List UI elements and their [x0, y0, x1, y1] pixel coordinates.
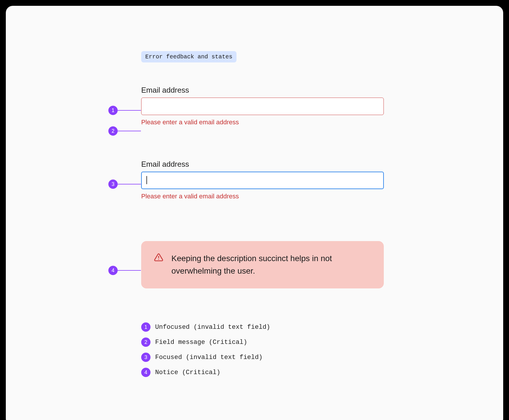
annotation-line	[118, 131, 141, 131]
notice-description: Keeping the description succinct helps i…	[171, 252, 371, 277]
email-label: Email address	[141, 160, 384, 169]
email-field-unfocused-group: Email address Please enter a valid email…	[141, 86, 384, 126]
field-error-message: Please enter a valid email address	[141, 193, 384, 200]
annotation-badge: 2	[108, 126, 118, 136]
alert-triangle-icon	[154, 253, 163, 263]
legend-badge: 3	[141, 353, 150, 362]
legend-label: Notice (Critical)	[155, 369, 220, 376]
critical-notice: Keeping the description succinct helps i…	[141, 241, 384, 288]
annotation-pointer-2: 2	[108, 126, 141, 136]
email-input-unfocused[interactable]	[141, 98, 384, 115]
section-tag: Error feedback and states	[141, 51, 236, 62]
legend-item: 4 Notice (Critical)	[141, 368, 270, 377]
email-label: Email address	[141, 86, 384, 95]
annotation-badge: 4	[108, 266, 118, 275]
annotation-pointer-3: 3	[108, 180, 141, 189]
legend-label: Field message (Critical)	[155, 339, 247, 346]
documentation-canvas: Error feedback and states 1 2 3 4 Email …	[6, 6, 503, 420]
legend-label: Unfocused (invalid text field)	[155, 324, 270, 331]
email-input-focused[interactable]	[141, 172, 384, 189]
legend-label: Focused (invalid text field)	[155, 354, 263, 361]
legend-badge: 2	[141, 338, 150, 347]
annotation-badge: 3	[108, 180, 118, 189]
annotation-badge: 1	[108, 106, 118, 115]
email-field-focused-group: Email address Please enter a valid email…	[141, 160, 384, 200]
annotation-line	[118, 184, 141, 184]
text-cursor	[146, 176, 147, 184]
annotation-legend: 1 Unfocused (invalid text field) 2 Field…	[141, 322, 270, 383]
annotation-pointer-4: 4	[108, 266, 141, 275]
legend-badge: 4	[141, 368, 150, 377]
field-error-message: Please enter a valid email address	[141, 119, 384, 126]
annotation-line	[118, 270, 141, 271]
legend-item: 2 Field message (Critical)	[141, 338, 270, 347]
annotation-pointer-1: 1	[108, 106, 141, 115]
legend-badge: 1	[141, 322, 150, 332]
legend-item: 3 Focused (invalid text field)	[141, 353, 270, 362]
legend-item: 1 Unfocused (invalid text field)	[141, 322, 270, 332]
annotation-line	[118, 110, 141, 111]
